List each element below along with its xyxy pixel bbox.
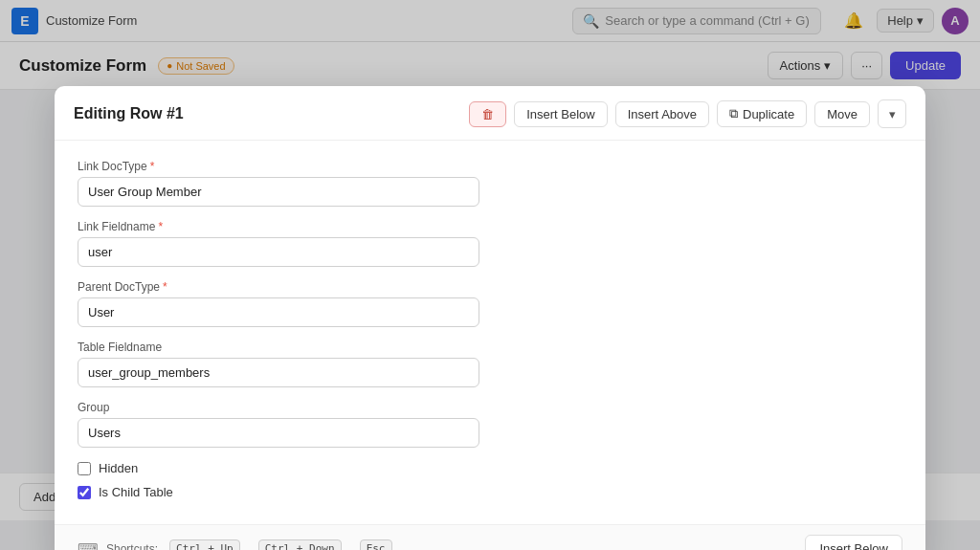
is-child-table-checkbox-row: Is Child Table: [78, 485, 902, 499]
modal-body: Link DocType * Link Fieldname * Parent D…: [55, 141, 925, 520]
parent-doctype-label: Parent DocType *: [78, 280, 902, 294]
link-fieldname-input[interactable]: [78, 237, 479, 267]
duplicate-label: Duplicate: [743, 107, 794, 121]
modal-toolbar: Editing Row #1 🗑 Insert Below Insert Abo…: [55, 86, 925, 141]
chevron-down-icon: ▾: [889, 107, 896, 121]
duplicate-icon: ⧉: [729, 106, 738, 121]
link-fieldname-label: Link Fieldname *: [78, 220, 902, 233]
table-fieldname-row: Table Fieldname: [78, 341, 902, 387]
modal: Editing Row #1 🗑 Insert Below Insert Abo…: [55, 86, 925, 520]
link-doctype-label: Link DocType *: [78, 160, 902, 173]
is-child-table-label: Is Child Table: [99, 485, 173, 499]
hidden-checkbox-row: Hidden: [78, 461, 902, 475]
hidden-checkbox[interactable]: [78, 462, 91, 475]
insert-below-label: Insert Below: [526, 107, 595, 121]
modal-title: Editing Row #1: [74, 105, 461, 122]
group-input[interactable]: [78, 418, 479, 448]
duplicate-button[interactable]: ⧉ Duplicate: [717, 100, 807, 127]
trash-icon: 🗑: [481, 107, 494, 121]
table-fieldname-input[interactable]: [78, 358, 479, 387]
expand-button[interactable]: ▾: [878, 99, 906, 128]
hidden-label: Hidden: [99, 461, 138, 475]
required-star: *: [163, 280, 167, 294]
parent-doctype-input[interactable]: [78, 297, 479, 327]
move-label: Move: [827, 107, 858, 121]
modal-overlay: Editing Row #1 🗑 Insert Below Insert Abo…: [0, 0, 980, 520]
insert-above-label: Insert Above: [628, 107, 697, 121]
insert-below-button[interactable]: Insert Below: [514, 101, 608, 127]
required-star: *: [158, 220, 163, 233]
link-doctype-input[interactable]: [78, 177, 479, 207]
group-label: Group: [78, 401, 902, 414]
group-row: Group: [78, 401, 902, 448]
insert-above-button[interactable]: Insert Above: [615, 101, 709, 127]
table-fieldname-label: Table Fieldname: [78, 341, 902, 354]
move-button[interactable]: Move: [814, 101, 870, 127]
link-doctype-row: Link DocType *: [78, 160, 902, 207]
is-child-table-checkbox[interactable]: [78, 486, 91, 499]
required-star: *: [150, 160, 155, 173]
link-fieldname-row: Link Fieldname *: [78, 220, 902, 267]
parent-doctype-row: Parent DocType *: [78, 280, 902, 327]
delete-row-button[interactable]: 🗑: [469, 101, 506, 127]
